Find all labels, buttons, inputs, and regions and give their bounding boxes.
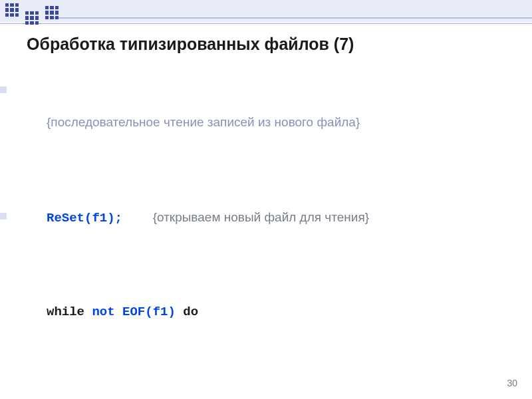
slide-banner <box>0 0 532 24</box>
comment-text: {последовательное чтение записей из ново… <box>47 115 360 129</box>
decor-squares <box>4 2 60 18</box>
slide-content: Обработка типизированных файлов (7) {пос… <box>0 32 532 399</box>
decor-square-icon <box>4 2 20 18</box>
decor-square-icon <box>24 10 40 26</box>
decor-square-icon <box>44 5 60 21</box>
code-keyword: not EOF(f1) <box>92 305 175 319</box>
banner-bar <box>50 0 532 19</box>
code-text: do <box>176 305 198 319</box>
code-block: {последовательное чтение записей из ново… <box>27 63 505 399</box>
comment-text: {открываем новый файл для чтения} <box>153 210 369 224</box>
code-text: while <box>47 305 92 319</box>
slide-title: Обработка типизированных файлов (7) <box>27 35 505 54</box>
code-keyword: ReSet(f1); <box>47 211 122 225</box>
page-number: 30 <box>507 378 517 388</box>
